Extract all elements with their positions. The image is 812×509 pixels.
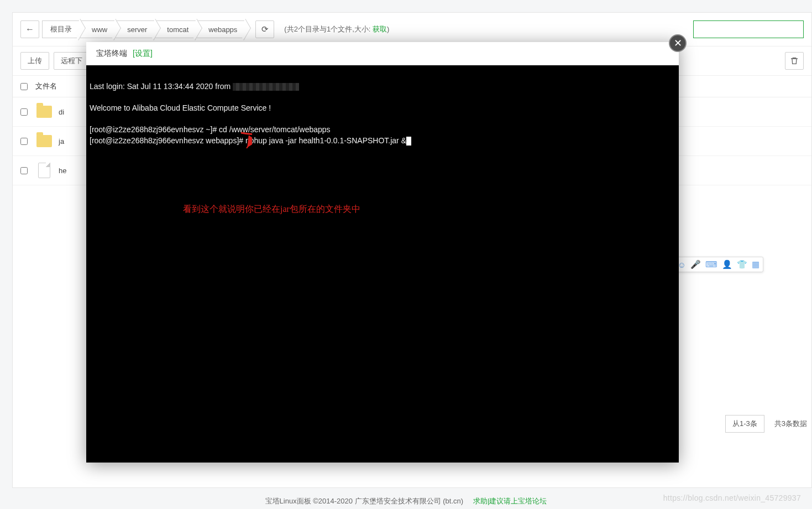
keyboard-icon[interactable]: ⌨ (705, 259, 717, 269)
folder-icon (35, 103, 53, 121)
folder-icon (35, 132, 53, 150)
redacted-ip (233, 83, 299, 91)
breadcrumb-bar: ← 根目录 www server tomcat webapps ⟳ (共2个目录… (13, 13, 811, 46)
search-box[interactable] (693, 20, 804, 38)
modal-title: 宝塔终端 (96, 49, 127, 59)
file-icon (35, 162, 53, 179)
breadcrumb-root[interactable]: 根目录 (42, 20, 80, 38)
file-name: ja (59, 137, 64, 146)
mic-icon[interactable]: 🎤 (690, 259, 701, 269)
breadcrumb-server[interactable]: server (115, 20, 155, 38)
trash-button[interactable] (785, 52, 804, 70)
row-checkbox[interactable] (20, 138, 28, 145)
modal-header: 宝塔终端 [设置] (86, 42, 679, 65)
footer-forum-link[interactable]: 求助|建议请上宝塔论坛 (473, 496, 547, 506)
refresh-button[interactable]: ⟳ (255, 20, 274, 38)
remote-download-button[interactable]: 远程下 (54, 52, 90, 70)
annotation-text: 看到这个就说明你已经在jar包所在的文件夹中 (183, 204, 360, 214)
get-size-link[interactable]: 获取 (373, 25, 387, 33)
column-name[interactable]: 文件名 (35, 81, 57, 91)
terminal-body[interactable]: Last login: Sat Jul 11 13:34:44 2020 fro… (86, 65, 679, 463)
footer-copyright: 宝塔Linux面板 ©2014-2020 广东堡塔安全技术有限公司 (bt.cn… (265, 496, 464, 506)
close-icon[interactable]: ✕ (669, 34, 687, 52)
page-total: 共3条数据 (770, 419, 811, 429)
dir-info: (共2个目录与1个文件,大小: 获取) (284, 24, 389, 34)
upload-button[interactable]: 上传 (20, 52, 49, 70)
select-all-checkbox[interactable] (20, 83, 28, 90)
breadcrumb-www[interactable]: www (80, 20, 116, 38)
page-range[interactable]: 从1-3条 (725, 415, 764, 433)
breadcrumb-tomcat[interactable]: tomcat (155, 20, 197, 38)
modal-settings-link[interactable]: [设置] (133, 49, 153, 59)
watermark: https://blog.csdn.net/weixin_45729937 (663, 494, 801, 502)
pager: 从1-3条 共3条数据 (725, 413, 811, 435)
file-name: he (59, 167, 66, 175)
terminal-modal: 宝塔终端 [设置] ✕ Last login: Sat Jul 11 13:34… (86, 42, 679, 463)
terminal-cursor (406, 137, 411, 146)
skin-icon[interactable]: 👕 (737, 259, 747, 269)
row-checkbox[interactable] (20, 108, 28, 116)
back-button[interactable]: ← (20, 20, 39, 38)
file-name: di (59, 108, 64, 116)
row-checkbox[interactable] (20, 167, 28, 174)
breadcrumb-webapps[interactable]: webapps (196, 20, 245, 38)
user-icon[interactable]: 👤 (722, 259, 732, 269)
toolbox-icon[interactable]: ▦ (752, 259, 759, 269)
